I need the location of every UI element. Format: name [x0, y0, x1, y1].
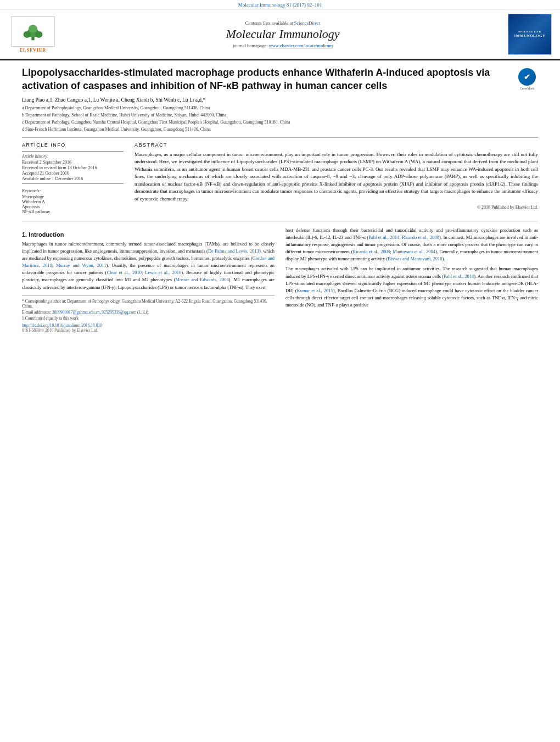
- banner-text: Molecular Immunology 81 (2017) 92–101: [238, 2, 322, 8]
- sciencedirect-link[interactable]: ScienceDirect: [294, 20, 321, 26]
- and-text: and: [178, 248, 184, 254]
- elsevier-logo-img: [11, 16, 55, 47]
- journal-logo-box: MOLECULAR IMMUNOLOGY: [505, 14, 555, 55]
- section-divider-2: [22, 221, 538, 221]
- cite-kumar[interactable]: Kumar et al., 2015: [297, 288, 333, 293]
- authors-text: Liang Piao a,1, Zhao Canguo a,1, Lu Wenj…: [22, 97, 205, 103]
- article-history-label: Article history:: [22, 154, 124, 159]
- copyright-line: © 2016 Published by Elsevier Ltd.: [135, 205, 538, 210]
- journal-url[interactable]: www.elsevier.com/locate/molimm: [269, 43, 333, 48]
- article-title: Lipopolysaccharides-stimulated macrophag…: [22, 66, 511, 93]
- article-info-column: ARTICLE INFO Article history: Received 2…: [22, 142, 124, 214]
- section-divider: [22, 137, 538, 138]
- article-body: ARTICLE INFO Article history: Received 2…: [22, 142, 538, 214]
- contents-line: Contents lists available at ScienceDirec…: [60, 20, 505, 26]
- title-section: Lipopolysaccharides-stimulated macrophag…: [22, 66, 538, 93]
- abstract-column: ABSTRACT Macrophages, as a major cellula…: [135, 142, 538, 214]
- elsevier-tree-icon: [16, 22, 49, 41]
- abstract-heading: ABSTRACT: [135, 142, 538, 148]
- cite-biswas[interactable]: Biswas and Mantovani, 2010: [388, 256, 442, 261]
- available-date: Available online 1 December 2016: [22, 176, 124, 181]
- intro-left-para1: Macrophages in tumor microenvironment, c…: [22, 241, 275, 291]
- cite-mosser[interactable]: Mosser and Edwards, 2008: [176, 277, 229, 282]
- accepted-date: Accepted 21 October 2016: [22, 171, 124, 176]
- intro-heading: 1. Introduction: [22, 231, 275, 238]
- contributed-note: 1 Contributed equally to this work: [22, 316, 275, 321]
- affiliation-c: c Department of Pathology, Guangzhou Nan…: [22, 119, 538, 126]
- affiliations: a Department of Pathophysiology, Guangzh…: [22, 105, 538, 133]
- cite-ricardo[interactable]: Ricardo et al., 2008: [402, 235, 439, 240]
- abstract-paragraph: Macrophages, as a major cellular compone…: [135, 151, 538, 203]
- corresponding-author-note: * Corresponding author at: Department of…: [22, 299, 275, 309]
- abstract-text: Macrophages, as a major cellular compone…: [135, 151, 538, 203]
- cite-murray[interactable]: Murray and Wynn, 2011: [56, 263, 106, 268]
- keyword-2: Withaferin A: [22, 199, 124, 204]
- intro-right-para2: The macrophages activated with LPS can b…: [285, 265, 538, 309]
- received-date: Received 2 September 2016: [22, 160, 124, 165]
- journal-header: ELSEVIER Contents lists available at Sci…: [0, 9, 560, 60]
- authors-line: Liang Piao a,1, Zhao Canguo a,1, Lu Wenj…: [22, 97, 538, 103]
- cite-clear[interactable]: Clear et al., 2010: [107, 270, 142, 275]
- footnotes-area: * Corresponding author at: Department of…: [22, 295, 275, 321]
- email-line: E-mail addresses: 2000900017@gzhmu.edu.c…: [22, 310, 275, 315]
- article-area: Lipopolysaccharides-stimulated macrophag…: [0, 60, 560, 338]
- doi-link[interactable]: http://dx.doi.org/10.1016/j.molimm.2016.…: [22, 323, 102, 328]
- journal-homepage: journal homepage: www.elsevier.com/locat…: [60, 43, 505, 48]
- journal-title: Molecular Immunology: [60, 27, 505, 41]
- affiliation-b: b Department of Pathology, School of Bas…: [22, 112, 538, 119]
- keyword-3: Apoptosis: [22, 204, 124, 209]
- intro-left-text: Macrophages in tumor microenvironment, c…: [22, 241, 275, 291]
- keywords-section: Keywords: Macrophage Withaferin A Apopto…: [22, 188, 124, 214]
- main-right-column: host defense functions through their bac…: [285, 227, 538, 333]
- issn-line: 0161-5890/© 2016 Published by Elsevier L…: [22, 328, 275, 333]
- crossmark-label: CrossMark: [520, 87, 535, 90]
- doi-line: http://dx.doi.org/10.1016/j.molimm.2016.…: [22, 323, 275, 328]
- crossmark-badge: ✔ CrossMark: [516, 68, 538, 90]
- crossmark-icon[interactable]: ✔: [518, 68, 536, 86]
- cite-mantovani[interactable]: Mantovani et al., 2004: [393, 249, 435, 254]
- email-link-1[interactable]: 2000900017@gzhmu.edu.cn: [52, 310, 99, 315]
- keyword-1: Macrophage: [22, 194, 124, 199]
- cite-pahl-2[interactable]: Pahl et al., 2014: [444, 274, 474, 279]
- mol-immuno-logo: MOLECULAR IMMUNOLOGY: [508, 14, 552, 55]
- elsevier-brand-name: ELSEVIER: [20, 48, 46, 53]
- affiliation-d: d Sino-French Hoffmann Institute, Guangz…: [22, 126, 538, 133]
- elsevier-logo-container: ELSEVIER: [5, 16, 60, 53]
- keyword-4: NF-κB pathway: [22, 209, 124, 214]
- intro-right-para1: host defense functions through their bac…: [285, 227, 538, 263]
- main-content: 1. Introduction Macrophages in tumor mic…: [22, 227, 538, 333]
- keywords-label: Keywords:: [22, 188, 124, 193]
- email-link-2[interactable]: 925295339@qq.com: [102, 310, 136, 315]
- svg-point-4: [29, 25, 37, 32]
- cite-depalma[interactable]: De Palma and Lewis, 2013: [208, 248, 259, 254]
- journal-banner: Molecular Immunology 81 (2017) 92–101: [0, 0, 560, 9]
- cite-pahl-2014[interactable]: Pahl et al., 2014: [368, 235, 399, 240]
- cite-ricardo-2[interactable]: Ricardo et al., 2008: [352, 249, 390, 254]
- article-info-heading: ARTICLE INFO: [22, 142, 124, 148]
- main-left-column: 1. Introduction Macrophages in tumor mic…: [22, 227, 275, 333]
- intro-right-text: host defense functions through their bac…: [285, 227, 538, 309]
- left-divider-1: [22, 151, 124, 152]
- cite-lewis[interactable]: Lewis et al., 2016: [145, 270, 181, 275]
- left-divider-2: [22, 183, 124, 184]
- svg-point-2: [24, 31, 31, 37]
- journal-center: Contents lists available at ScienceDirec…: [60, 20, 505, 48]
- affiliation-a: a Department of Pathophysiology, Guangzh…: [22, 105, 538, 111]
- received-revised-date: Received in revised form 18 October 2016: [22, 165, 124, 170]
- svg-point-3: [35, 31, 43, 37]
